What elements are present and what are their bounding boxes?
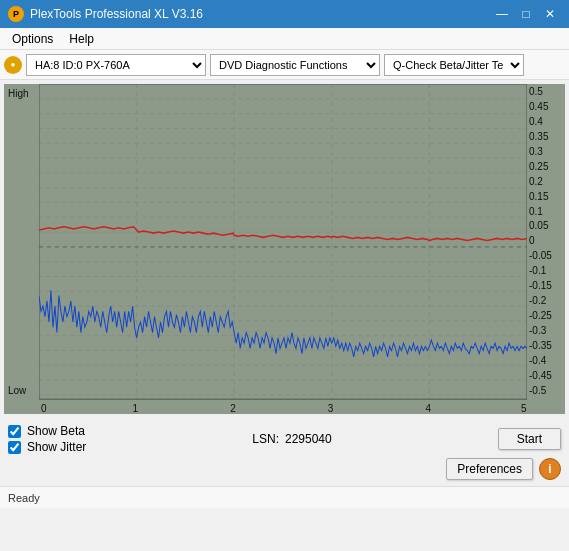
svg-text:5: 5 (521, 403, 527, 414)
toolbar: ● HA:8 ID:0 PX-760A DVD Diagnostic Funct… (0, 50, 569, 80)
menu-bar: Options Help (0, 28, 569, 50)
minimize-button[interactable]: — (491, 5, 513, 23)
svg-rect-0 (39, 84, 527, 414)
svg-text:4: 4 (425, 403, 431, 414)
y-label-low: Low (8, 385, 26, 396)
function-select[interactable]: DVD Diagnostic Functions (210, 54, 380, 76)
y-right-neg0.3: -0.3 (529, 325, 546, 336)
chart-plot: 0 1 2 3 4 5 (39, 84, 527, 414)
lsn-label: LSN: (252, 432, 279, 446)
show-jitter-label: Show Jitter (27, 440, 86, 454)
lsn-area: LSN: 2295040 (252, 432, 331, 446)
test-select[interactable]: Q-Check Beta/Jitter Test (384, 54, 524, 76)
y-right-0.45: 0.45 (529, 101, 548, 112)
y-right-0: 0 (529, 235, 535, 246)
y-label-high: High (8, 88, 29, 99)
menu-options[interactable]: Options (4, 30, 61, 48)
preferences-button[interactable]: Preferences (446, 458, 533, 480)
y-right-0.25: 0.25 (529, 161, 548, 172)
app-title: PlexTools Professional XL V3.16 (30, 7, 203, 21)
chart-container: High Low (4, 84, 565, 414)
y-right-neg0.5: -0.5 (529, 385, 546, 396)
y-right-0.2: 0.2 (529, 176, 543, 187)
show-jitter-checkbox[interactable] (8, 441, 21, 454)
y-right-0.35: 0.35 (529, 131, 548, 142)
y-right-neg0.15: -0.15 (529, 280, 552, 291)
status-text: Ready (8, 492, 40, 504)
show-jitter-row: Show Jitter (8, 440, 86, 454)
drive-select[interactable]: HA:8 ID:0 PX-760A (26, 54, 206, 76)
y-axis-right: 0.5 0.45 0.4 0.35 0.3 0.25 0.2 0.15 0.1 … (527, 84, 565, 414)
lsn-value: 2295040 (285, 432, 332, 446)
drive-icon: ● (4, 56, 22, 74)
svg-text:0: 0 (41, 403, 47, 414)
y-right-neg0.4: -0.4 (529, 355, 546, 366)
show-beta-label: Show Beta (27, 424, 85, 438)
y-right-0.05: 0.05 (529, 220, 548, 231)
title-bar: P PlexTools Professional XL V3.16 — □ ✕ (0, 0, 569, 28)
y-right-0.5: 0.5 (529, 86, 543, 97)
maximize-button[interactable]: □ (515, 5, 537, 23)
y-right-neg0.25: -0.25 (529, 310, 552, 321)
chart-svg: 0 1 2 3 4 5 (39, 84, 527, 414)
menu-help[interactable]: Help (61, 30, 102, 48)
pref-info-row: Preferences i (446, 458, 561, 480)
y-right-neg0.35: -0.35 (529, 340, 552, 351)
y-right-neg0.2: -0.2 (529, 295, 546, 306)
status-bar: Ready (0, 486, 569, 508)
y-right-neg0.05: -0.05 (529, 250, 552, 261)
y-right-neg0.45: -0.45 (529, 370, 552, 381)
y-right-neg0.1: -0.1 (529, 265, 546, 276)
start-button[interactable]: Start (498, 428, 561, 450)
svg-text:3: 3 (328, 403, 334, 414)
y-right-0.3: 0.3 (529, 146, 543, 157)
svg-text:1: 1 (133, 403, 139, 414)
svg-text:2: 2 (230, 403, 236, 414)
y-right-0.15: 0.15 (529, 191, 548, 202)
y-right-0.1: 0.1 (529, 206, 543, 217)
close-button[interactable]: ✕ (539, 5, 561, 23)
app-icon: P (8, 6, 24, 22)
window-controls: — □ ✕ (491, 5, 561, 23)
show-beta-row: Show Beta (8, 424, 86, 438)
y-right-0.4: 0.4 (529, 116, 543, 127)
info-button[interactable]: i (539, 458, 561, 480)
bottom-area: Show Beta Show Jitter LSN: 2295040 Start… (0, 418, 569, 486)
checkboxes: Show Beta Show Jitter (8, 424, 86, 454)
show-beta-checkbox[interactable] (8, 425, 21, 438)
